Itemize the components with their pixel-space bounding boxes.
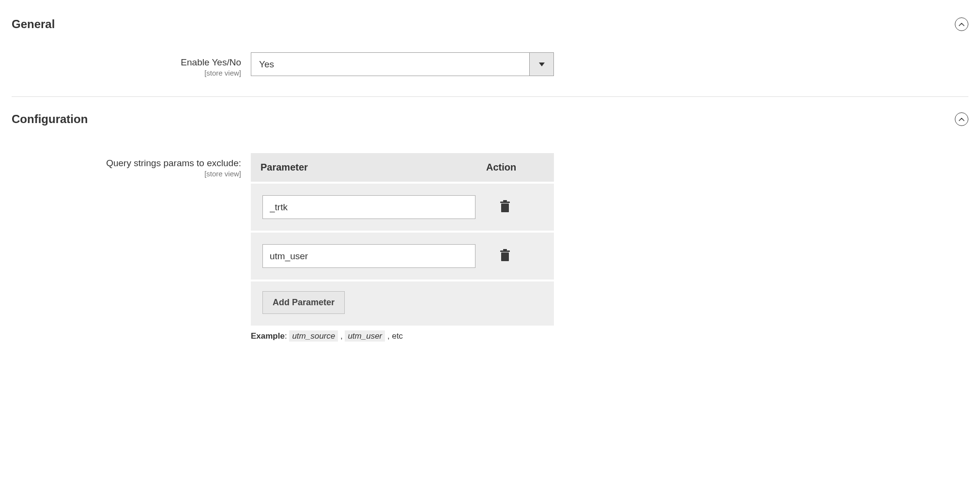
field-scope-enable: [store view] — [12, 69, 241, 77]
field-query-params: Query strings params to exclude: [store … — [12, 153, 968, 341]
example-text: Example: utm_source , utm_user , etc — [251, 331, 554, 341]
section-title-configuration: Configuration — [12, 112, 88, 126]
column-header-parameter: Parameter — [260, 162, 486, 173]
collapse-toggle-configuration[interactable] — [955, 112, 968, 126]
example-label: Example — [251, 331, 285, 341]
chevron-up-icon — [959, 116, 965, 123]
svg-rect-1 — [500, 202, 510, 203]
section-header-configuration: Configuration — [12, 97, 968, 145]
field-enable: Enable Yes/No [store view] Yes — [12, 52, 968, 77]
table-row — [251, 184, 554, 231]
action-cell — [475, 247, 542, 265]
field-label-query-params: Query strings params to exclude: — [12, 158, 241, 169]
param-table-header: Parameter Action — [251, 153, 554, 182]
section-configuration: Configuration Query strings params to ex… — [12, 97, 968, 360]
example-suffix: , etc — [387, 331, 403, 341]
enable-select-value: Yes — [251, 53, 529, 76]
field-label-enable: Enable Yes/No — [12, 57, 241, 68]
section-content-general: Enable Yes/No [store view] Yes — [12, 52, 968, 96]
parameter-input[interactable] — [262, 244, 475, 268]
chevron-down-icon — [529, 53, 553, 76]
delete-row-button[interactable] — [498, 247, 512, 265]
section-header-general: General — [12, 10, 968, 45]
example-code-item: utm_source — [289, 330, 338, 342]
field-label-col: Query strings params to exclude: [store … — [12, 153, 251, 178]
svg-rect-5 — [503, 249, 507, 250]
svg-rect-0 — [501, 203, 509, 212]
table-row — [251, 233, 554, 280]
trash-icon — [500, 200, 510, 214]
section-title-general: General — [12, 17, 55, 31]
param-table-footer: Add Parameter — [251, 281, 554, 326]
trash-icon — [500, 249, 510, 263]
svg-rect-2 — [503, 200, 507, 202]
field-label-col: Enable Yes/No [store view] — [12, 52, 251, 77]
collapse-toggle-general[interactable] — [955, 17, 968, 31]
enable-select[interactable]: Yes — [251, 52, 554, 76]
column-header-action: Action — [486, 162, 544, 173]
section-general: General Enable Yes/No [store view] Yes — [12, 10, 968, 97]
field-scope-query-params: [store view] — [12, 170, 241, 178]
section-content-configuration: Query strings params to exclude: [store … — [12, 153, 968, 360]
parameter-input[interactable] — [262, 195, 475, 219]
svg-rect-4 — [500, 250, 510, 252]
svg-rect-3 — [501, 252, 509, 261]
action-cell — [475, 198, 542, 216]
delete-row-button[interactable] — [498, 198, 512, 216]
field-input-col: Parameter Action — [251, 153, 554, 341]
example-code-item: utm_user — [345, 330, 385, 342]
chevron-up-icon — [959, 21, 965, 28]
field-input-col: Yes — [251, 52, 554, 76]
add-parameter-button[interactable]: Add Parameter — [262, 291, 345, 314]
param-table: Parameter Action — [251, 153, 554, 326]
